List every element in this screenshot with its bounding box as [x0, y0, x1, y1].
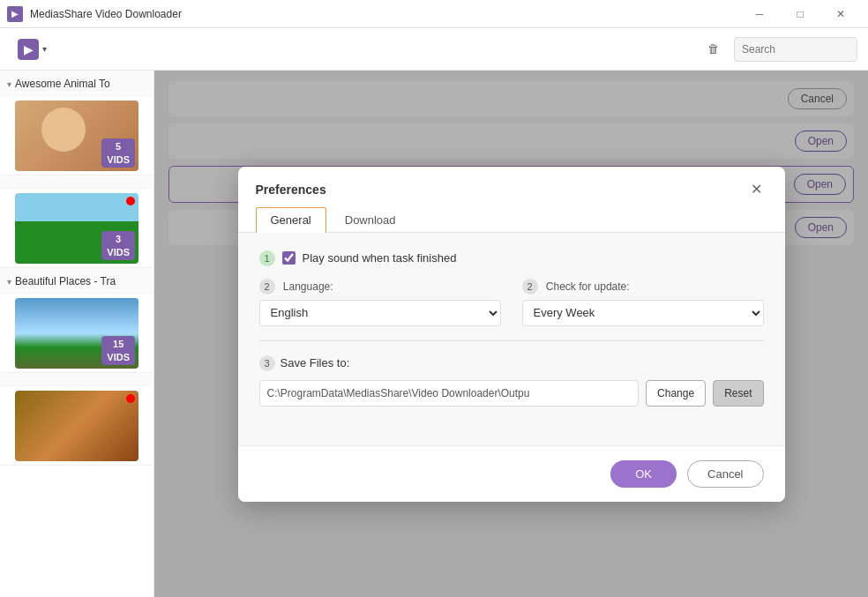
ok-button[interactable]: OK: [610, 460, 677, 488]
thumb-image-4: [15, 391, 138, 461]
playlist-group-2: 3 VIDS: [0, 175, 153, 268]
playlist-group-3: ▾ Beautiful Places - Tra 15 VIDS: [0, 268, 153, 373]
playlist-title-3: Beautiful Places - Tra: [15, 275, 116, 287]
left-panel: ▾ Awesome Animal To 5 VIDS 3 VI: [0, 71, 154, 597]
vids-badge-2: 3 VIDS: [101, 231, 135, 260]
right-panel: Cancel Open Open Open Preferences ✕: [154, 71, 868, 597]
titlebar: ▶ MediasShare Video Downloader ─ □ ✕: [0, 0, 868, 28]
playlist-header-4[interactable]: [0, 373, 153, 387]
titlebar-left: ▶ MediasShare Video Downloader: [7, 6, 182, 22]
section-num-2: 2: [259, 279, 275, 295]
tab-download[interactable]: Download: [330, 207, 411, 232]
chevron-icon-3: ▾: [7, 277, 11, 287]
maximize-button[interactable]: □: [780, 0, 820, 28]
modal-title: Preferences: [256, 183, 326, 197]
playlist-header-1[interactable]: ▾ Awesome Animal To: [0, 71, 153, 97]
trash-icon-button[interactable]: 🗑: [699, 35, 727, 63]
save-files-section: 3 Save Files to: C:\ProgramData\MediasSh…: [259, 355, 764, 407]
chevron-down-icon: ▾: [42, 44, 47, 54]
playlist-group-1: ▾ Awesome Animal To 5 VIDS: [0, 71, 153, 175]
playlist-thumb-3[interactable]: 15 VIDS: [15, 298, 138, 369]
playlist-group-4: [0, 373, 153, 466]
search-input[interactable]: [734, 37, 857, 62]
app-toolbar: ▶ ▾ 🗑: [0, 28, 868, 71]
section-num-2b: 2: [522, 279, 538, 295]
playlist-header-3[interactable]: ▾ Beautiful Places - Tra: [0, 268, 153, 295]
divider-1: [259, 340, 764, 341]
tab-general[interactable]: General: [256, 207, 326, 233]
save-files-row: C:\ProgramData\MediasShare\Video Downloa…: [259, 380, 764, 407]
modal-close-button[interactable]: ✕: [746, 179, 767, 200]
language-label: 2 Language:: [259, 279, 501, 295]
app-icon: ▶: [7, 6, 23, 22]
main-content: ▾ Awesome Animal To 5 VIDS 3 VI: [0, 71, 868, 597]
status-dot-4: [126, 394, 135, 403]
update-col: 2 Check for update: Every Week Every Day…: [522, 279, 764, 326]
language-col: 2 Language: English French German Spanis…: [259, 279, 501, 326]
cancel-modal-button[interactable]: Cancel: [687, 460, 763, 488]
status-dot-2: [126, 197, 135, 205]
playlist-thumb-2[interactable]: 3 VIDS: [15, 193, 138, 264]
play-sound-checkbox[interactable]: [282, 251, 296, 265]
vids-badge-1: 5 VIDS: [101, 138, 135, 168]
window-controls: ─ □ ✕: [739, 0, 861, 28]
modal-body: 1 Play sound when task finished 2 Langua…: [238, 233, 785, 445]
playlist-thumb-4[interactable]: [15, 391, 138, 461]
app-title: MediasShare Video Downloader: [30, 8, 182, 20]
section-num-1: 1: [259, 250, 275, 266]
change-path-button[interactable]: Change: [646, 380, 706, 407]
modal-tabs: General Download: [238, 200, 785, 233]
close-button[interactable]: ✕: [820, 0, 861, 28]
toolbar-right: 🗑: [699, 35, 857, 63]
language-select[interactable]: English French German Spanish: [259, 300, 501, 326]
play-sound-section: 1 Play sound when task finished: [259, 250, 764, 266]
save-files-path: C:\ProgramData\MediasShare\Video Downloa…: [259, 380, 640, 407]
toolbar-logo-button[interactable]: ▶ ▾: [11, 35, 54, 63]
minimize-button[interactable]: ─: [739, 0, 780, 28]
save-files-label: Save Files to:: [281, 356, 350, 369]
preferences-modal: Preferences ✕ General Download 1 Play so…: [238, 167, 785, 502]
check-update-label: 2 Check for update:: [522, 279, 764, 295]
chevron-icon-1: ▾: [7, 79, 11, 89]
playlist-thumb-1[interactable]: 5 VIDS: [15, 101, 138, 171]
modal-header: Preferences ✕: [238, 167, 785, 200]
vids-badge-3: 15 VIDS: [101, 336, 135, 365]
check-update-select[interactable]: Every Week Every Day Every Month Never: [522, 300, 764, 326]
reset-path-button[interactable]: Reset: [713, 380, 763, 407]
modal-overlay: Preferences ✕ General Download 1 Play so…: [154, 71, 868, 597]
logo-icon: ▶: [18, 39, 39, 60]
play-sound-label: Play sound when task finished: [303, 251, 457, 265]
language-update-section: 2 Language: English French German Spanis…: [259, 279, 764, 326]
playlist-header-2[interactable]: [0, 175, 153, 190]
playlist-title-1: Awesome Animal To: [15, 78, 110, 90]
section-num-3: 3: [259, 355, 275, 371]
modal-footer: OK Cancel: [238, 445, 785, 502]
